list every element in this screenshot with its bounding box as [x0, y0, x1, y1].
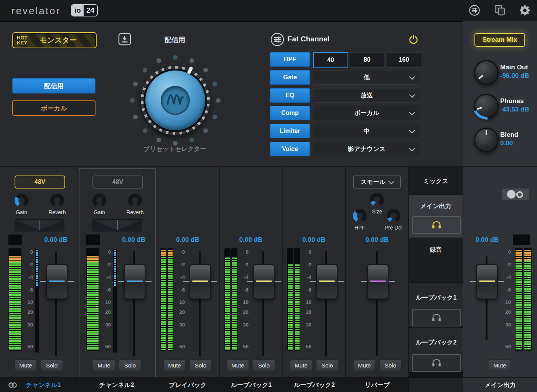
- channel-label-ch1[interactable]: チャンネル1: [18, 378, 68, 392]
- ch1-meter-scale: 0-2 -4-6 1020 3050: [23, 249, 33, 353]
- divider: [282, 167, 283, 392]
- ch1-48v-button[interactable]: 48V: [15, 175, 65, 189]
- divider: [77, 167, 78, 392]
- fat-channel-icon: [270, 32, 285, 47]
- loopback2-meter-left: [287, 248, 293, 351]
- gate-preset-dropdown[interactable]: 低: [313, 70, 420, 85]
- ch1-fader-handle[interactable]: [46, 264, 68, 299]
- ch1-solo-button[interactable]: Solo: [41, 359, 63, 371]
- loopback2-fader-handle[interactable]: [316, 264, 338, 299]
- loopback1-level-value: 0.00 dB: [219, 236, 283, 244]
- ch1-clip-indicator: [8, 235, 22, 245]
- mono-stereo-toggle[interactable]: [502, 189, 529, 200]
- link-channels-icon[interactable]: [8, 381, 18, 391]
- ch2-fader-handle[interactable]: [124, 264, 145, 299]
- reverb-solo-button[interactable]: Solo: [379, 359, 402, 371]
- ch2-reverb-knob[interactable]: [128, 194, 142, 207]
- limiter-preset-dropdown[interactable]: 中: [313, 124, 420, 138]
- main-out-knob[interactable]: [474, 60, 499, 85]
- channel-label-main-out[interactable]: メイン出力: [463, 378, 537, 392]
- gear-icon[interactable]: [518, 4, 531, 17]
- main-mute-button[interactable]: Mute: [489, 359, 511, 371]
- hpf-40-button[interactable]: 40: [313, 52, 348, 68]
- loopback2-solo-button[interactable]: Solo: [316, 359, 338, 371]
- channel-label-reverb[interactable]: リバーブ: [346, 378, 409, 392]
- ch2-solo-button[interactable]: Solo: [119, 359, 141, 371]
- blend-knob[interactable]: [474, 128, 499, 152]
- hotkey-button[interactable]: HOTKEY モンスター: [12, 32, 97, 48]
- ch2-gain-knob[interactable]: [92, 194, 106, 207]
- reverb-size-knob[interactable]: [370, 193, 384, 207]
- ch1-pan-slider[interactable]: [15, 219, 64, 231]
- comp-preset-dropdown[interactable]: ボーカル: [313, 106, 420, 120]
- ch2-48v-button[interactable]: 48V: [92, 175, 143, 189]
- reverb-level-value: 0.00 dB: [345, 236, 409, 244]
- blend-label: Blend: [500, 131, 518, 139]
- reverb-fader-handle[interactable]: [367, 264, 389, 299]
- channel-label-loopback2[interactable]: ループバック2: [283, 378, 346, 392]
- fat-channel-power-icon[interactable]: [408, 34, 419, 45]
- ch1-reverb-label: Reverb: [46, 209, 68, 215]
- loopback2-phones-button[interactable]: [412, 354, 461, 372]
- main-out-label: Main Out: [500, 64, 528, 71]
- reverb-preset-dropdown[interactable]: スモール: [353, 175, 401, 189]
- preset-stream-button[interactable]: 配信用: [12, 78, 96, 93]
- ch2-meter-scale: 0-2 -4-6 1020 3050: [101, 249, 111, 353]
- hpf-80-button[interactable]: 80: [350, 52, 384, 67]
- hpf-button[interactable]: HPF: [270, 52, 310, 67]
- reverb-hpf-knob[interactable]: [353, 209, 367, 223]
- tab-record[interactable]: 録音: [409, 238, 463, 282]
- reverb-predelay-knob[interactable]: [387, 209, 400, 223]
- channel-label-loopback1[interactable]: ループバック1: [220, 378, 283, 392]
- playback-mute-button[interactable]: Mute: [163, 359, 186, 371]
- voice-preset-dropdown[interactable]: 影アナウンス: [313, 142, 420, 156]
- playback-solo-button[interactable]: Solo: [189, 359, 212, 371]
- divider: [345, 167, 346, 392]
- ch1-gain-knob[interactable]: [15, 194, 28, 207]
- limiter-preset-value: 中: [364, 127, 370, 135]
- mixer-settings-icon[interactable]: [468, 4, 481, 17]
- presets-copy-icon[interactable]: [493, 4, 506, 17]
- preset-selector-knob[interactable]: [141, 66, 210, 135]
- ch2-level-meter: [86, 248, 99, 351]
- loopback2-mute-button[interactable]: Mute: [290, 359, 312, 371]
- phones-knob[interactable]: [474, 94, 499, 118]
- ch2-pan-slider[interactable]: [92, 219, 142, 231]
- voice-preset-value: 影アナウンス: [348, 145, 385, 153]
- reverb-mute-button[interactable]: Mute: [353, 359, 376, 371]
- ch2-fader-meter: [113, 249, 117, 353]
- model-badge: io 24: [71, 4, 98, 16]
- loopback1-fader-handle[interactable]: [253, 264, 275, 299]
- voice-button[interactable]: Voice: [270, 142, 310, 156]
- chevron-down-icon: [389, 178, 395, 184]
- save-preset-icon[interactable]: [118, 33, 131, 46]
- ch2-mute-button[interactable]: Mute: [93, 359, 115, 371]
- ch1-level-meter: [8, 248, 21, 351]
- playback-meter-scale: 0-2 -4-6 1020 3050: [175, 249, 185, 353]
- loopback1-phones-button[interactable]: [412, 309, 461, 326]
- blend-value: 0.00: [500, 139, 513, 147]
- eq-preset-dropdown[interactable]: 放送: [313, 88, 420, 103]
- loopback1-solo-button[interactable]: Solo: [253, 359, 275, 371]
- main-fader-handle[interactable]: [476, 264, 498, 299]
- reverb-hpf-label: HPF: [349, 225, 371, 231]
- hpf-160-button[interactable]: 160: [387, 52, 421, 67]
- channel-label-playback[interactable]: プレイバック: [156, 378, 220, 392]
- stream-mix-button[interactable]: Stream Mix: [474, 33, 525, 47]
- limiter-button[interactable]: Limiter: [270, 124, 310, 138]
- playback-fader-handle[interactable]: [189, 264, 211, 299]
- channel-label-ch2[interactable]: チャンネル2: [78, 378, 155, 392]
- ch1-reverb-knob[interactable]: [50, 194, 64, 207]
- preset-selector-caption: プリセットセレクター: [127, 145, 223, 153]
- tab-mix-header: ミックス: [409, 167, 463, 194]
- comp-button[interactable]: Comp: [270, 106, 310, 120]
- hotkey-label: HOTKEY: [17, 35, 27, 45]
- gate-preset-value: 低: [364, 74, 370, 82]
- eq-button[interactable]: EQ: [270, 88, 310, 103]
- main-out-phones-button[interactable]: [412, 216, 461, 234]
- gate-button[interactable]: Gate: [270, 70, 310, 85]
- ch1-mute-button[interactable]: Mute: [15, 359, 37, 371]
- loopback1-mute-button[interactable]: Mute: [227, 359, 249, 371]
- ch2-clip-indicator: [86, 235, 100, 245]
- preset-vocal-button[interactable]: ボーカル: [12, 100, 96, 116]
